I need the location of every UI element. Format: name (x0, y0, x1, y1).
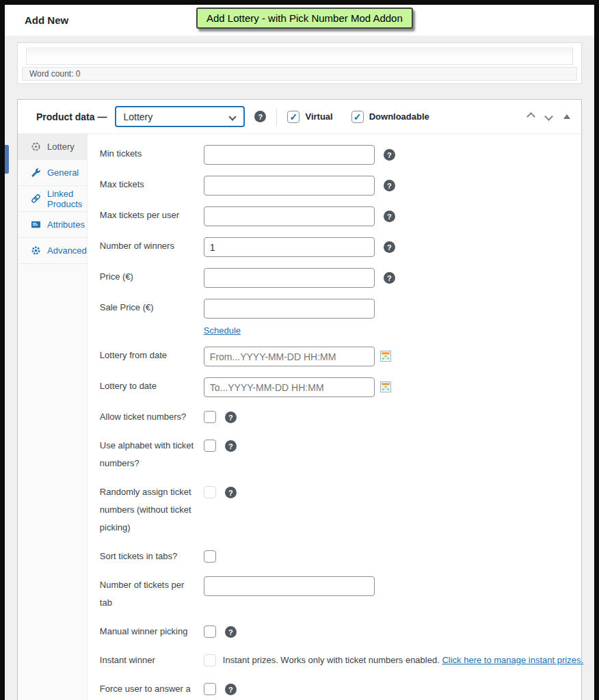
virtual-checkbox[interactable]: ✓ (287, 111, 300, 123)
form-row: Manual winner picking? (100, 623, 583, 641)
help-icon[interactable]: ? (225, 487, 237, 498)
form-row: Max tickets per user? (100, 206, 583, 226)
field-label: Number of winners (100, 237, 196, 257)
field-label: Instant winner (100, 651, 196, 669)
toggle-panel-icon[interactable] (563, 114, 570, 119)
field-label: Price (€) (100, 268, 196, 288)
calendar-icon[interactable] (380, 351, 391, 362)
checkbox[interactable] (204, 440, 216, 452)
help-icon[interactable]: ? (225, 440, 237, 452)
product-type-select[interactable]: Lottery (115, 106, 245, 127)
form-row: Lottery to date (100, 377, 583, 397)
wrench-icon (31, 167, 41, 178)
help-icon[interactable]: ? (225, 684, 237, 695)
field-label: Force user to answer a question? (100, 680, 196, 700)
virtual-checkbox-row[interactable]: ✓ Virtual (287, 111, 332, 123)
field-label: Sale Price (€) (100, 299, 196, 336)
sidebar-tab-advanced[interactable]: Advanced (18, 238, 87, 264)
tab-label: Advanced (47, 245, 87, 256)
field-label: Min tickets (100, 145, 196, 165)
downloadable-label: Downloadable (369, 111, 429, 122)
move-down-icon[interactable] (544, 112, 553, 121)
form-row: Min tickets? (100, 145, 583, 165)
sidebar-tab-attributes[interactable]: Attributes (18, 212, 87, 238)
text-field[interactable] (204, 145, 375, 165)
downloadable-checkbox[interactable]: ✓ (351, 111, 364, 123)
form-row: Number of winners? (100, 237, 583, 257)
text-field[interactable] (204, 347, 375, 366)
field-label: Sort tickets in tabs? (100, 548, 196, 565)
virtual-label: Virtual (305, 111, 332, 122)
text-field[interactable] (204, 176, 375, 196)
help-icon[interactable]: ? (384, 180, 395, 191)
calendar-icon[interactable] (380, 381, 391, 392)
help-icon[interactable]: ? (384, 149, 395, 161)
tab-label: Linked Products (47, 189, 87, 209)
form-row: Lottery from date (100, 347, 583, 366)
checkbox (204, 486, 216, 498)
form-row: Force user to answer a question?? (100, 680, 583, 700)
description-editor: Word count: 0 (17, 42, 582, 84)
checkbox (204, 654, 216, 667)
field-label: Randomly assign ticket numbers (without … (100, 483, 196, 537)
form-row: Randomly assign ticket numbers (without … (100, 483, 583, 537)
checkbox[interactable] (204, 683, 216, 695)
product-type-value: Lottery (123, 111, 152, 122)
field-label: Manual winner picking (100, 623, 196, 641)
form-row: Instant winnerInstant prizes. Works only… (100, 651, 583, 669)
tab-label: General (47, 167, 79, 178)
instant-winner-note: Instant prizes. Works only with ticket n… (223, 651, 583, 669)
help-icon[interactable]: ? (225, 412, 237, 423)
ticket-icon (31, 142, 41, 152)
chevron-down-icon (229, 113, 237, 120)
field-label: Max tickets (100, 176, 196, 196)
checkbox[interactable] (204, 625, 216, 638)
lottery-tab-content: Min tickets?Max tickets?Max tickets per … (88, 134, 597, 700)
page-header: Add New Add Lottery - with Pick Number M… (5, 5, 594, 36)
form-row: Sort tickets in tabs? (100, 548, 583, 565)
checkbox[interactable] (204, 550, 216, 563)
product-data-panel: Product data — Lottery ? ✓ Virtual ✓ Dow… (17, 99, 582, 700)
schedule-link[interactable]: Schedule (204, 325, 375, 336)
card-icon (31, 219, 41, 230)
product-data-tabs: LotteryGeneralLinked ProductsAttributesA… (18, 134, 88, 700)
word-count-status: Word count: 0 (22, 67, 577, 81)
link-icon (31, 193, 41, 204)
gear-icon (31, 245, 41, 256)
product-data-header: Product data — Lottery ? ✓ Virtual ✓ Dow… (18, 100, 581, 134)
editor-text-area[interactable] (26, 47, 573, 65)
tab-label: Lottery (47, 142, 75, 152)
checkbox[interactable] (204, 411, 216, 423)
text-field[interactable] (204, 237, 375, 257)
help-icon[interactable]: ? (384, 241, 395, 253)
field-label: Max tickets per user (100, 206, 196, 226)
manage-instant-prizes-link[interactable]: Click here to manage instant prizes. (442, 655, 583, 665)
form-row: Number of tickets per tab (100, 576, 583, 612)
sidebar-tab-lottery[interactable]: Lottery (18, 134, 87, 160)
help-icon[interactable]: ? (384, 211, 395, 222)
move-up-icon[interactable] (527, 112, 535, 121)
field-label: Use alphabet with ticket numbers? (100, 437, 196, 472)
sidebar-tab-linked-products[interactable]: Linked Products (18, 186, 87, 212)
help-icon[interactable]: ? (384, 272, 395, 284)
panel-title: Product data — (36, 111, 107, 122)
left-edge-blue-tab (5, 145, 9, 174)
sidebar-tab-general[interactable]: General (18, 160, 87, 186)
help-icon[interactable]: ? (254, 111, 266, 122)
text-field[interactable] (204, 576, 375, 596)
page-title: Add New (25, 14, 68, 26)
text-field[interactable] (204, 299, 375, 319)
form-row: Price (€)? (100, 268, 583, 288)
text-field[interactable] (204, 377, 375, 397)
annotation-badge: Add Lottery - with Pick Number Mod Addon (196, 8, 413, 29)
help-icon[interactable]: ? (225, 626, 237, 638)
field-label: Number of tickets per tab (100, 576, 196, 612)
form-row: Allow ticket numbers?? (100, 408, 583, 426)
form-row: Sale Price (€)Schedule (100, 299, 583, 336)
field-label: Allow ticket numbers? (100, 408, 196, 426)
field-label: Lottery to date (100, 377, 196, 397)
browser-frame: Add New Add Lottery - with Pick Number M… (0, 0, 599, 700)
text-field[interactable] (204, 268, 375, 288)
text-field[interactable] (204, 206, 375, 226)
downloadable-checkbox-row[interactable]: ✓ Downloadable (351, 111, 429, 123)
